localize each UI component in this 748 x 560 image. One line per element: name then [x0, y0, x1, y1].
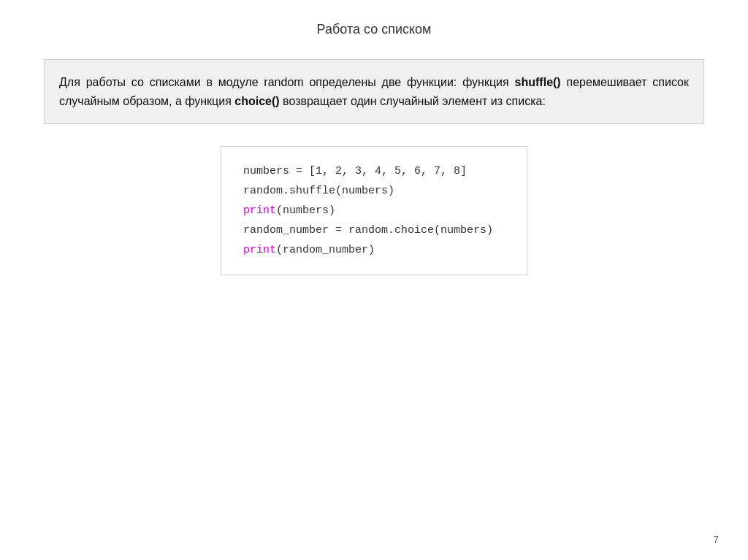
page-title: Работа со списком [317, 22, 432, 37]
page-number: 7 [713, 534, 719, 545]
code-args-1: (numbers) [276, 204, 335, 217]
print-keyword-1: print [243, 204, 276, 217]
code-line-3: print(numbers) [243, 201, 505, 220]
code-line-1: numbers = [1, 2, 3, 4, 5, 6, 7, 8] [243, 161, 505, 181]
code-args-2: (random_number) [276, 244, 375, 256]
print-keyword-2: print [243, 244, 276, 256]
code-line-4: random_number = random.choice(numbers) [243, 220, 505, 240]
code-line-5: print(random_number) [243, 240, 505, 260]
page-container: Работа со списком Для работы со списками… [0, 0, 748, 560]
code-line-2: random.shuffle(numbers) [243, 181, 505, 201]
text-block: Для работы со списками в модуле random о… [44, 59, 704, 124]
code-wrapper: numbers = [1, 2, 3, 4, 5, 6, 7, 8] rando… [44, 146, 704, 275]
code-block: numbers = [1, 2, 3, 4, 5, 6, 7, 8] rando… [221, 146, 527, 275]
